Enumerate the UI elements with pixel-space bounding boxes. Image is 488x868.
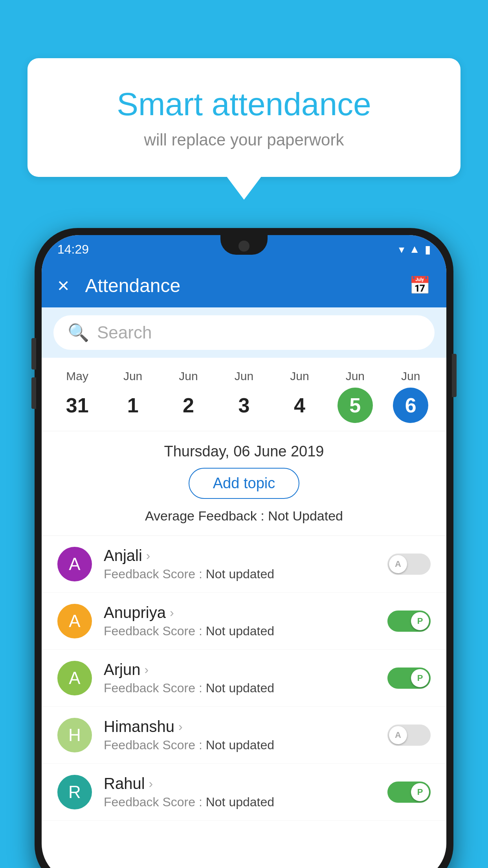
search-input[interactable]: Search [97,323,152,342]
calendar-strip: May31Jun1Jun2Jun3Jun4Jun5Jun6 [42,358,446,431]
student-item-2[interactable]: AArjun›Feedback Score : Not updatedP [42,650,446,707]
signal-icon: ▲ [409,243,420,256]
attendance-toggle-1[interactable]: P [387,611,431,632]
toggle-knob-1: P [411,612,429,630]
attendance-toggle-2[interactable]: P [387,668,431,689]
student-avatar-1: A [57,604,92,638]
student-info-1: Anupriya›Feedback Score : Not updated [104,604,376,638]
speech-bubble-tail [226,176,262,200]
student-name-0: Anjali› [104,547,376,565]
calendar-day-3[interactable]: Jun3 [226,370,262,423]
cal-month-0: May [66,370,88,383]
student-name-1: Anupriya› [104,604,376,622]
toggle-knob-3: A [389,726,407,744]
student-name-3: Himanshu› [104,718,376,736]
student-info-0: Anjali›Feedback Score : Not updated [104,547,376,581]
date-info-section: Thursday, 06 June 2019 Add topic Average… [42,431,446,536]
speech-bubble-title: Smart attendance [51,86,437,123]
avg-feedback-label: Average Feedback : [145,508,268,523]
toggle-wrapper-2[interactable]: P [387,668,431,689]
cal-date-1: 1 [115,388,150,423]
search-bar-wrapper: 🔍 Search [42,307,446,358]
cal-month-2: Jun [179,370,198,383]
calendar-day-5[interactable]: Jun5 [338,370,373,423]
cal-date-0: 31 [60,388,95,423]
student-feedback-3: Feedback Score : Not updated [104,738,376,752]
attendance-toggle-3[interactable]: A [387,725,431,746]
chevron-icon-0: › [146,548,150,563]
student-item-3[interactable]: HHimanshu›Feedback Score : Not updatedA [42,707,446,764]
front-camera [238,241,250,252]
calendar-day-1[interactable]: Jun1 [115,370,150,423]
attendance-toggle-0[interactable]: A [387,554,431,575]
student-item-1[interactable]: AAnupriya›Feedback Score : Not updatedP [42,593,446,650]
student-avatar-0: A [57,547,92,581]
calendar-day-0[interactable]: May31 [60,370,95,423]
cal-month-1: Jun [123,370,142,383]
toggle-knob-0: A [389,555,407,573]
search-icon: 🔍 [68,322,89,343]
toggle-knob-4: P [411,783,429,801]
student-item-0[interactable]: AAnjali›Feedback Score : Not updatedA [42,536,446,593]
cal-month-6: Jun [401,370,420,383]
chevron-icon-3: › [178,719,183,734]
cal-date-2: 2 [171,388,206,423]
chevron-icon-4: › [149,776,153,791]
avg-feedback-value: Not Updated [268,508,343,523]
student-list: AAnjali›Feedback Score : Not updatedAAAn… [42,536,446,821]
toggle-wrapper-1[interactable]: P [387,611,431,632]
volume-up-button [31,338,36,370]
calendar-icon[interactable]: 📅 [409,275,431,296]
speech-bubble: Smart attendance will replace your paper… [28,58,460,177]
toggle-wrapper-3[interactable]: A [387,725,431,746]
toggle-wrapper-0[interactable]: A [387,554,431,575]
student-name-2: Arjun› [104,661,376,679]
close-button[interactable]: × [57,274,69,297]
cal-date-4: 4 [282,388,317,423]
attendance-toggle-4[interactable]: P [387,782,431,803]
wifi-icon: ▾ [399,243,404,256]
add-topic-button[interactable]: Add topic [189,468,299,499]
calendar-day-6[interactable]: Jun6 [393,370,428,423]
notch [220,235,268,255]
student-info-2: Arjun›Feedback Score : Not updated [104,661,376,695]
chevron-icon-2: › [144,662,149,677]
student-avatar-4: R [57,775,92,809]
search-bar[interactable]: 🔍 Search [53,315,435,350]
cal-date-6: 6 [393,388,428,423]
status-time: 14:29 [57,242,89,257]
student-avatar-2: A [57,661,92,695]
cal-date-5: 5 [338,388,373,423]
calendar-day-2[interactable]: Jun2 [171,370,206,423]
status-icons: ▾ ▲ ▮ [399,243,431,256]
toggle-wrapper-4[interactable]: P [387,782,431,803]
power-button [452,354,457,397]
volume-down-button [31,377,36,409]
student-info-4: Rahul›Feedback Score : Not updated [104,775,376,809]
selected-date-label: Thursday, 06 June 2019 [57,443,431,460]
student-info-3: Himanshu›Feedback Score : Not updated [104,718,376,752]
student-feedback-1: Feedback Score : Not updated [104,624,376,638]
app-bar: × Attendance 📅 [42,263,446,307]
cal-month-4: Jun [290,370,309,383]
student-name-4: Rahul› [104,775,376,793]
avg-feedback: Average Feedback : Not Updated [57,508,431,524]
student-item-4[interactable]: RRahul›Feedback Score : Not updatedP [42,764,446,821]
app-title: Attendance [85,275,409,296]
cal-month-3: Jun [235,370,253,383]
phone-frame: 14:29 ▾ ▲ ▮ × Attendance 📅 🔍 Search May3… [35,228,453,868]
speech-bubble-subtitle: will replace your paperwork [51,131,437,149]
student-feedback-0: Feedback Score : Not updated [104,567,376,581]
phone-screen: 14:29 ▾ ▲ ▮ × Attendance 📅 🔍 Search May3… [42,235,446,868]
chevron-icon-1: › [170,605,174,620]
speech-bubble-wrapper: Smart attendance will replace your paper… [28,58,460,200]
toggle-knob-2: P [411,669,429,687]
battery-icon: ▮ [425,243,431,256]
calendar-day-4[interactable]: Jun4 [282,370,317,423]
student-feedback-2: Feedback Score : Not updated [104,681,376,695]
status-bar: 14:29 ▾ ▲ ▮ [42,235,446,263]
student-avatar-3: H [57,718,92,752]
cal-month-5: Jun [346,370,365,383]
student-feedback-4: Feedback Score : Not updated [104,795,376,809]
cal-date-3: 3 [226,388,262,423]
